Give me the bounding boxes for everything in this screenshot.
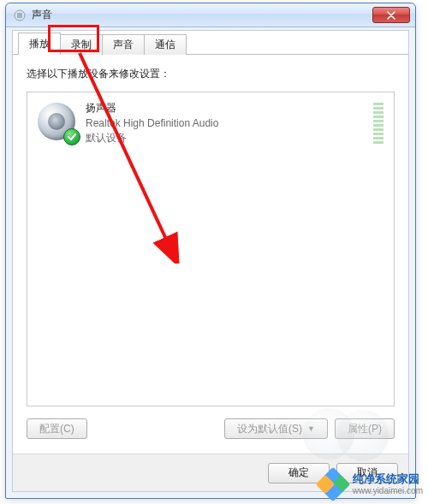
watermark: 纯净系统家园 www.yidaimei.com — [318, 470, 423, 499]
button-label: 设为默认值(S) — [237, 422, 302, 436]
device-status: 默认设备 — [86, 131, 218, 145]
tab-strip: 播放 录制 声音 通信 — [13, 31, 408, 55]
close-icon — [387, 11, 395, 20]
app-icon — [13, 9, 27, 22]
window-title: 声音 — [32, 8, 372, 22]
tab-communications[interactable]: 通信 — [144, 34, 187, 55]
button-label: 确定 — [288, 465, 309, 480]
tab-label: 播放 — [29, 37, 50, 51]
configure-button[interactable]: 配置(C) — [27, 418, 87, 439]
tab-body: 选择以下播放设备来修改设置： 扬声器 Realtek High Definiti… — [13, 55, 408, 439]
tab-recording[interactable]: 录制 — [60, 34, 103, 55]
device-name: 扬声器 — [86, 101, 218, 116]
close-button[interactable] — [372, 7, 410, 23]
titlebar: 声音 — [6, 3, 415, 27]
tab-label: 声音 — [113, 38, 134, 52]
watermark-bg-icon — [303, 408, 354, 460]
tab-playback[interactable]: 播放 — [18, 33, 61, 55]
level-meter — [373, 101, 385, 144]
tab-label: 通信 — [155, 38, 175, 52]
watermark-logo-icon — [318, 470, 348, 499]
watermark-title: 纯净系统家园 — [353, 473, 423, 485]
device-list[interactable]: 扬声器 Realtek High Definition Audio 默认设备 — [27, 92, 395, 406]
watermark-url: www.yidaimei.com — [353, 486, 423, 495]
instruction-text: 选择以下播放设备来修改设置： — [27, 67, 395, 81]
device-text: 扬声器 Realtek High Definition Audio 默认设备 — [86, 101, 218, 145]
default-check-icon — [63, 128, 80, 145]
button-label: 配置(C) — [39, 422, 74, 436]
tab-sounds[interactable]: 声音 — [102, 34, 145, 55]
speaker-cone-icon — [48, 113, 65, 130]
device-icon — [36, 101, 79, 144]
svg-rect-1 — [17, 13, 22, 18]
device-driver: Realtek High Definition Audio — [86, 117, 218, 129]
device-item[interactable]: 扬声器 Realtek High Definition Audio 默认设备 — [33, 98, 389, 149]
tab-label: 录制 — [71, 38, 92, 52]
